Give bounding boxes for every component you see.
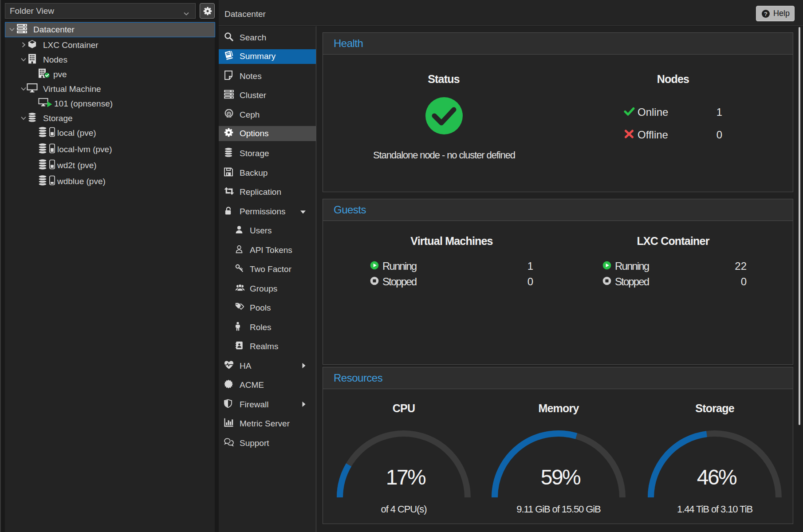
svg-text:?: ? bbox=[764, 11, 768, 17]
